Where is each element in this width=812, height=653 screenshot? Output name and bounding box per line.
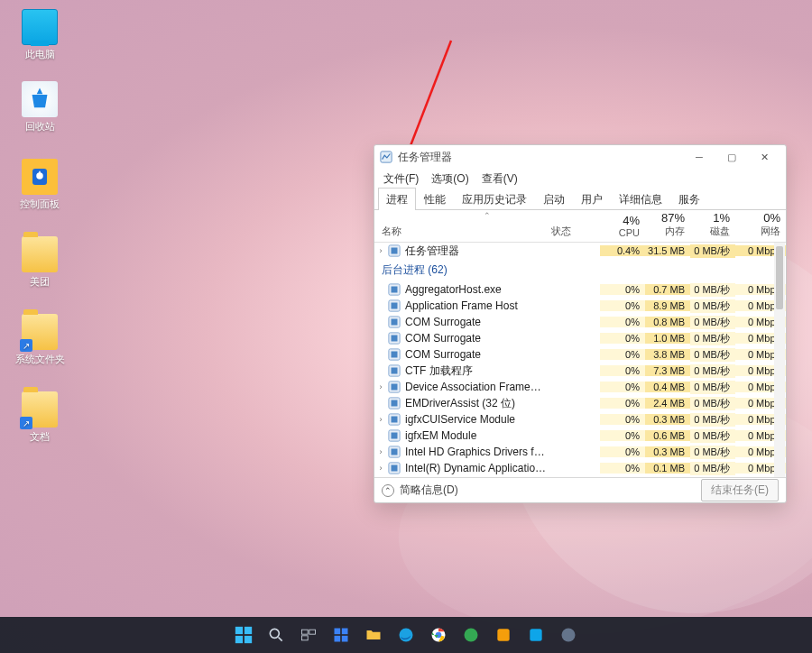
taskbar-app-icon[interactable] xyxy=(523,622,549,648)
start-button[interactable] xyxy=(231,622,256,648)
expand-toggle-icon[interactable]: › xyxy=(374,447,387,456)
process-name: igfxCUIService Module xyxy=(405,413,551,426)
taskbar-chrome-icon[interactable] xyxy=(426,622,451,648)
maximize-button[interactable]: ▢ xyxy=(715,147,748,167)
scrollbar[interactable] xyxy=(774,243,785,477)
process-row[interactable]: COM Surrogate0%0.8 MB0 MB/秒0 Mbps xyxy=(374,314,786,330)
tab-users[interactable]: 用户 xyxy=(573,188,611,210)
tab-startup[interactable]: 启动 xyxy=(535,188,573,210)
svg-rect-11 xyxy=(392,319,398,326)
recycle-bin-icon xyxy=(22,81,58,117)
process-row[interactable]: EMDriverAssist (32 位)0%2.4 MB0 MB/秒0 Mbp… xyxy=(374,395,786,411)
cell-disk: 0 MB/秒 xyxy=(690,244,735,258)
menu-options[interactable]: 选项(O) xyxy=(428,170,472,189)
cell-cpu: 0% xyxy=(600,317,645,327)
tab-performance[interactable]: 性能 xyxy=(416,188,454,210)
desktop-icon-control-panel[interactable]: 控制面板 xyxy=(13,159,67,210)
svg-rect-23 xyxy=(392,417,398,423)
process-icon xyxy=(387,364,401,377)
taskbar-app-icon[interactable] xyxy=(556,622,581,648)
svg-point-34 xyxy=(270,629,279,638)
process-row[interactable]: ›Intel(R) Dynamic Application ...0%0.1 M… xyxy=(374,460,786,476)
process-row[interactable]: CTF 加载程序0%7.3 MB0 MB/秒0 Mbps xyxy=(374,363,786,379)
svg-rect-21 xyxy=(392,400,398,407)
svg-point-49 xyxy=(562,629,576,642)
cell-memory: 3.8 MB xyxy=(645,349,690,360)
cell-memory: 0.6 MB xyxy=(645,430,690,441)
minimize-button[interactable]: ─ xyxy=(683,147,715,167)
expand-toggle-icon[interactable]: › xyxy=(374,382,387,391)
svg-rect-13 xyxy=(392,336,398,342)
taskbar-app-icon[interactable] xyxy=(458,622,484,648)
expand-toggle-icon[interactable]: › xyxy=(374,464,387,473)
desktop-icon-folder-shortcut[interactable]: ↗ 文档 xyxy=(13,391,67,443)
desktop-icon-this-pc[interactable]: 此电脑 xyxy=(13,9,67,60)
taskbar-app-icon[interactable] xyxy=(491,622,516,648)
process-icon xyxy=(387,299,401,312)
col-header-cpu[interactable]: 4%CPU xyxy=(600,210,645,242)
svg-rect-30 xyxy=(235,627,243,634)
column-headers: ⌃ 名称 状态 4%CPU 87%内存 1%磁盘 0%网络 xyxy=(374,210,786,243)
close-button[interactable]: ✕ xyxy=(748,147,780,167)
svg-rect-41 xyxy=(335,636,341,642)
desktop-icon-recycle-bin[interactable]: 回收站 xyxy=(13,81,67,133)
expand-toggle-icon[interactable]: › xyxy=(374,415,387,424)
col-header-network[interactable]: 0%网络 xyxy=(735,210,786,242)
scrollbar-thumb[interactable] xyxy=(776,246,783,309)
taskbar-search-icon[interactable] xyxy=(263,622,289,648)
process-list: ›任务管理器0.4%31.5 MB0 MB/秒0 Mbps后台进程 (62)Ag… xyxy=(374,243,786,477)
tab-strip: 进程 性能 应用历史记录 启动 用户 详细信息 服务 xyxy=(374,189,786,210)
svg-rect-33 xyxy=(245,636,252,643)
tab-services[interactable]: 服务 xyxy=(670,188,708,210)
monitor-icon xyxy=(22,9,58,45)
end-task-button[interactable]: 结束任务(E) xyxy=(701,479,779,501)
cell-disk: 0 MB/秒 xyxy=(690,446,735,459)
col-header-disk[interactable]: 1%磁盘 xyxy=(690,210,735,242)
cell-cpu: 0% xyxy=(600,365,645,376)
desktop-icon-folder[interactable]: 美团 xyxy=(13,236,67,288)
tab-processes[interactable]: 进程 xyxy=(378,188,416,210)
tab-app-history[interactable]: 应用历史记录 xyxy=(454,188,535,210)
process-row[interactable]: ›任务管理器0.4%31.5 MB0 MB/秒0 Mbps xyxy=(374,243,786,259)
svg-rect-1 xyxy=(39,171,41,174)
svg-rect-15 xyxy=(392,352,398,358)
process-icon xyxy=(387,446,401,458)
cell-memory: 8.9 MB xyxy=(645,300,690,311)
svg-rect-29 xyxy=(392,465,398,472)
cell-disk: 0 MB/秒 xyxy=(690,381,735,394)
menu-file[interactable]: 文件(F) xyxy=(380,170,422,189)
process-row[interactable]: COM Surrogate0%3.8 MB0 MB/秒0 Mbps xyxy=(374,346,786,363)
process-row[interactable]: Application Frame Host0%8.9 MB0 MB/秒0 Mb… xyxy=(374,298,786,314)
process-row[interactable]: igfxEM Module0%0.6 MB0 MB/秒0 Mbps xyxy=(374,428,786,444)
process-row[interactable]: ›igfxCUIService Module0%0.3 MB0 MB/秒0 Mb… xyxy=(374,411,786,428)
taskbar-taskview-icon[interactable] xyxy=(296,622,321,648)
titlebar[interactable]: 任务管理器 ─ ▢ ✕ xyxy=(374,145,786,169)
svg-rect-40 xyxy=(342,629,348,635)
taskbar-widgets-icon[interactable] xyxy=(328,622,354,648)
process-name: AggregatorHost.exe xyxy=(405,283,551,296)
cell-disk: 0 MB/秒 xyxy=(690,364,735,378)
taskbar-edge-icon[interactable] xyxy=(393,622,419,648)
fewer-details-icon[interactable]: ⌃ xyxy=(382,484,394,497)
svg-rect-31 xyxy=(245,627,252,634)
taskbar-explorer-icon[interactable] xyxy=(361,622,386,648)
cell-disk: 0 MB/秒 xyxy=(690,316,735,329)
col-header-memory[interactable]: 87%内存 xyxy=(645,210,690,242)
process-name: Application Frame Host xyxy=(405,299,551,312)
process-row[interactable]: ›Device Association Framewo...0%0.4 MB0 … xyxy=(374,379,786,395)
process-row[interactable]: ›Intel HD Graphics Drivers for...0%0.3 M… xyxy=(374,444,786,460)
tab-details[interactable]: 详细信息 xyxy=(611,188,670,210)
cell-cpu: 0.4% xyxy=(600,245,645,256)
desktop-icon-folder-shortcut[interactable]: ↗ 系统文件夹 xyxy=(13,314,67,365)
svg-rect-19 xyxy=(392,384,398,391)
expand-toggle-icon[interactable]: › xyxy=(374,246,387,255)
fewer-details-link[interactable]: 简略信息(D) xyxy=(400,483,458,498)
cell-disk: 0 MB/秒 xyxy=(690,413,735,427)
process-row[interactable]: COM Surrogate0%1.0 MB0 MB/秒0 Mbps xyxy=(374,330,786,346)
menu-view[interactable]: 查看(V) xyxy=(478,170,521,189)
cell-disk: 0 MB/秒 xyxy=(690,397,735,410)
desktop-icon-label: 回收站 xyxy=(13,121,67,133)
menubar: 文件(F) 选项(O) 查看(V) xyxy=(374,169,786,189)
process-row[interactable]: AggregatorHost.exe0%0.7 MB0 MB/秒0 Mbps xyxy=(374,281,786,298)
window-title: 任务管理器 xyxy=(398,150,683,165)
